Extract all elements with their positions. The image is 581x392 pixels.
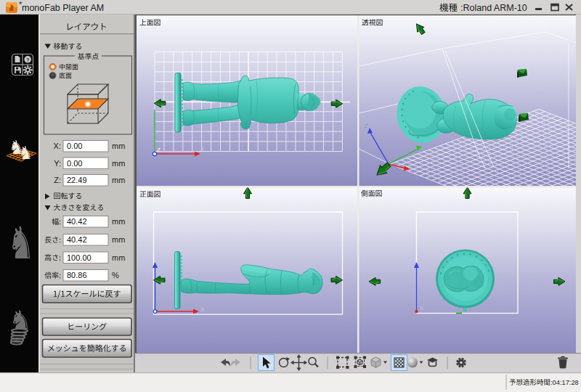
svg-text:Z: Z (365, 123, 368, 129)
svg-text:22.49: 22.49 (67, 176, 87, 184)
svg-text:?: ? (26, 57, 30, 63)
svg-text:mm: mm (112, 217, 125, 226)
svg-text:mm: mm (112, 176, 125, 184)
svg-text:X:: X: (54, 142, 61, 150)
svg-text:40.42: 40.42 (67, 235, 87, 244)
svg-text:mm: mm (112, 235, 125, 244)
svg-text:100.00: 100.00 (67, 253, 92, 262)
svg-text:0.00: 0.00 (67, 142, 82, 150)
svg-text::Roland ARM-10: :Roland ARM-10 (460, 3, 527, 13)
svg-text:monoFab Player AM: monoFab Player AM (22, 3, 104, 13)
svg-text:mm: mm (112, 253, 125, 262)
svg-text:X: X (200, 306, 205, 313)
svg-text:0.00: 0.00 (67, 159, 82, 168)
svg-text:mm: mm (112, 142, 125, 150)
svg-text:Z:: Z: (54, 176, 61, 184)
svg-text:X: X (200, 146, 205, 152)
svg-text:40.42: 40.42 (67, 217, 87, 226)
svg-text:mm: mm (112, 159, 125, 168)
svg-text:Y:: Y: (54, 159, 61, 168)
svg-text:80.86: 80.86 (67, 271, 87, 279)
svg-text:%: % (112, 271, 119, 279)
svg-text:Z: Z (157, 147, 161, 153)
svg-text::04:17:28: :04:17:28 (550, 379, 579, 386)
svg-text:X: X (420, 305, 424, 311)
